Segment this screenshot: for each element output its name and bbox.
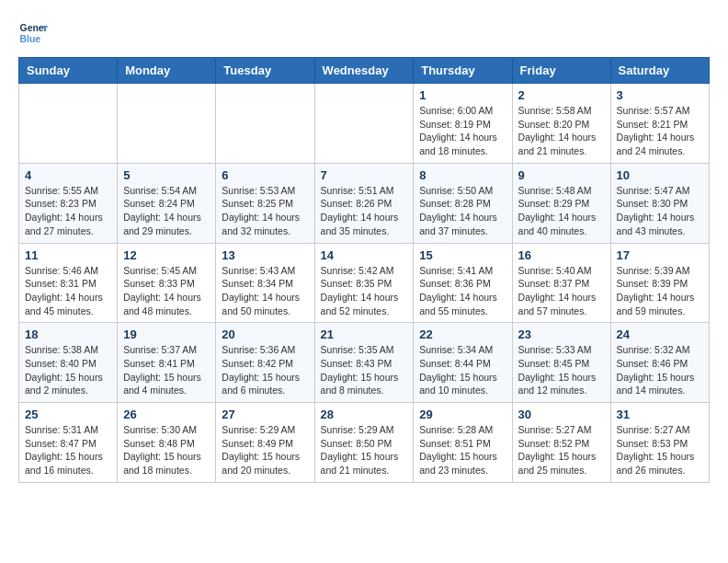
calendar-header-saturday: Saturday xyxy=(610,58,709,84)
day-number: 20 xyxy=(222,327,308,341)
calendar-week-1: 1Sunrise: 6:00 AM Sunset: 8:19 PM Daylig… xyxy=(19,84,710,164)
day-number: 22 xyxy=(419,327,506,341)
calendar-header-monday: Monday xyxy=(118,58,216,84)
day-number: 31 xyxy=(617,408,703,421)
day-number: 12 xyxy=(123,248,210,262)
day-info: Sunrise: 5:28 AM Sunset: 8:51 PM Dayligh… xyxy=(419,423,506,477)
calendar-cell: 1Sunrise: 6:00 AM Sunset: 8:19 PM Daylig… xyxy=(414,84,512,164)
svg-text:Blue: Blue xyxy=(20,34,41,44)
day-info: Sunrise: 5:38 AM Sunset: 8:40 PM Dayligh… xyxy=(25,343,111,397)
day-info: Sunrise: 5:50 AM Sunset: 8:28 PM Dayligh… xyxy=(419,184,506,238)
day-info: Sunrise: 5:40 AM Sunset: 8:37 PM Dayligh… xyxy=(518,264,605,318)
day-info: Sunrise: 5:29 AM Sunset: 8:49 PM Dayligh… xyxy=(222,423,308,477)
day-number: 15 xyxy=(419,248,506,262)
calendar-cell: 14Sunrise: 5:42 AM Sunset: 8:35 PM Dayli… xyxy=(314,243,414,323)
day-number: 17 xyxy=(617,248,703,262)
day-number: 25 xyxy=(25,408,111,421)
day-info: Sunrise: 6:00 AM Sunset: 8:19 PM Dayligh… xyxy=(419,104,506,158)
calendar-week-5: 25Sunrise: 5:31 AM Sunset: 8:47 PM Dayli… xyxy=(19,403,710,483)
day-number: 5 xyxy=(123,168,210,182)
day-info: Sunrise: 5:48 AM Sunset: 8:29 PM Dayligh… xyxy=(518,184,605,238)
day-number: 9 xyxy=(518,168,605,182)
calendar-cell xyxy=(118,84,216,164)
calendar-cell: 16Sunrise: 5:40 AM Sunset: 8:37 PM Dayli… xyxy=(512,243,610,323)
calendar-table: SundayMondayTuesdayWednesdayThursdayFrid… xyxy=(18,57,710,483)
calendar-week-3: 11Sunrise: 5:46 AM Sunset: 8:31 PM Dayli… xyxy=(19,243,710,323)
calendar-cell: 7Sunrise: 5:51 AM Sunset: 8:26 PM Daylig… xyxy=(314,163,414,243)
calendar-cell: 27Sunrise: 5:29 AM Sunset: 8:49 PM Dayli… xyxy=(216,403,314,483)
day-number: 18 xyxy=(25,327,111,341)
day-info: Sunrise: 5:54 AM Sunset: 8:24 PM Dayligh… xyxy=(123,184,210,238)
day-number: 24 xyxy=(617,327,703,341)
calendar-cell: 31Sunrise: 5:27 AM Sunset: 8:53 PM Dayli… xyxy=(610,403,709,483)
day-info: Sunrise: 5:46 AM Sunset: 8:31 PM Dayligh… xyxy=(25,264,111,318)
day-info: Sunrise: 5:55 AM Sunset: 8:23 PM Dayligh… xyxy=(25,184,111,238)
day-number: 4 xyxy=(25,168,111,182)
calendar-cell: 29Sunrise: 5:28 AM Sunset: 8:51 PM Dayli… xyxy=(414,403,512,483)
day-number: 16 xyxy=(518,248,605,262)
day-info: Sunrise: 5:45 AM Sunset: 8:33 PM Dayligh… xyxy=(123,264,210,318)
day-number: 2 xyxy=(518,88,605,102)
calendar-cell: 2Sunrise: 5:58 AM Sunset: 8:20 PM Daylig… xyxy=(512,84,610,164)
day-number: 10 xyxy=(617,168,703,182)
calendar-cell: 21Sunrise: 5:35 AM Sunset: 8:43 PM Dayli… xyxy=(314,323,414,403)
day-number: 13 xyxy=(222,248,308,262)
calendar-cell: 26Sunrise: 5:30 AM Sunset: 8:48 PM Dayli… xyxy=(118,403,216,483)
logo: General Blue xyxy=(18,18,51,48)
day-number: 30 xyxy=(518,408,605,421)
svg-text:General: General xyxy=(20,23,48,33)
calendar-cell: 20Sunrise: 5:36 AM Sunset: 8:42 PM Dayli… xyxy=(216,323,314,403)
day-info: Sunrise: 5:31 AM Sunset: 8:47 PM Dayligh… xyxy=(25,423,111,477)
day-info: Sunrise: 5:34 AM Sunset: 8:44 PM Dayligh… xyxy=(419,343,506,397)
day-number: 26 xyxy=(123,408,210,421)
calendar-cell: 17Sunrise: 5:39 AM Sunset: 8:39 PM Dayli… xyxy=(610,243,709,323)
calendar-cell: 15Sunrise: 5:41 AM Sunset: 8:36 PM Dayli… xyxy=(414,243,512,323)
calendar-cell: 3Sunrise: 5:57 AM Sunset: 8:21 PM Daylig… xyxy=(610,84,709,164)
calendar-header-friday: Friday xyxy=(512,58,610,84)
day-info: Sunrise: 5:51 AM Sunset: 8:26 PM Dayligh… xyxy=(321,184,408,238)
day-info: Sunrise: 5:43 AM Sunset: 8:34 PM Dayligh… xyxy=(222,264,308,318)
calendar-cell xyxy=(314,84,414,164)
day-number: 7 xyxy=(321,168,408,182)
day-number: 21 xyxy=(321,327,408,341)
calendar-cell: 24Sunrise: 5:32 AM Sunset: 8:46 PM Dayli… xyxy=(610,323,709,403)
day-number: 14 xyxy=(321,248,408,262)
day-info: Sunrise: 5:41 AM Sunset: 8:36 PM Dayligh… xyxy=(419,264,506,318)
day-info: Sunrise: 5:58 AM Sunset: 8:20 PM Dayligh… xyxy=(518,104,605,158)
day-number: 8 xyxy=(419,168,506,182)
day-number: 29 xyxy=(419,408,506,421)
day-number: 3 xyxy=(617,88,703,102)
day-info: Sunrise: 5:30 AM Sunset: 8:48 PM Dayligh… xyxy=(123,423,210,477)
day-info: Sunrise: 5:39 AM Sunset: 8:39 PM Dayligh… xyxy=(617,264,703,318)
calendar-header-thursday: Thursday xyxy=(414,58,512,84)
day-info: Sunrise: 5:47 AM Sunset: 8:30 PM Dayligh… xyxy=(617,184,703,238)
page-header: General Blue xyxy=(18,18,710,48)
day-number: 6 xyxy=(222,168,308,182)
day-number: 27 xyxy=(222,408,308,421)
calendar-cell: 11Sunrise: 5:46 AM Sunset: 8:31 PM Dayli… xyxy=(19,243,118,323)
day-number: 23 xyxy=(518,327,605,341)
day-info: Sunrise: 5:27 AM Sunset: 8:52 PM Dayligh… xyxy=(518,423,605,477)
calendar-header-row: SundayMondayTuesdayWednesdayThursdayFrid… xyxy=(19,58,710,84)
day-number: 19 xyxy=(123,327,210,341)
calendar-cell: 19Sunrise: 5:37 AM Sunset: 8:41 PM Dayli… xyxy=(118,323,216,403)
calendar-header-sunday: Sunday xyxy=(19,58,118,84)
calendar-cell: 9Sunrise: 5:48 AM Sunset: 8:29 PM Daylig… xyxy=(512,163,610,243)
calendar-cell xyxy=(216,84,314,164)
calendar-cell: 8Sunrise: 5:50 AM Sunset: 8:28 PM Daylig… xyxy=(414,163,512,243)
calendar-cell: 5Sunrise: 5:54 AM Sunset: 8:24 PM Daylig… xyxy=(118,163,216,243)
calendar-cell: 12Sunrise: 5:45 AM Sunset: 8:33 PM Dayli… xyxy=(118,243,216,323)
day-info: Sunrise: 5:57 AM Sunset: 8:21 PM Dayligh… xyxy=(617,104,703,158)
calendar-cell: 22Sunrise: 5:34 AM Sunset: 8:44 PM Dayli… xyxy=(414,323,512,403)
calendar-cell: 28Sunrise: 5:29 AM Sunset: 8:50 PM Dayli… xyxy=(314,403,414,483)
day-info: Sunrise: 5:37 AM Sunset: 8:41 PM Dayligh… xyxy=(123,343,210,397)
calendar-cell: 6Sunrise: 5:53 AM Sunset: 8:25 PM Daylig… xyxy=(216,163,314,243)
calendar-cell: 4Sunrise: 5:55 AM Sunset: 8:23 PM Daylig… xyxy=(19,163,118,243)
calendar-cell xyxy=(19,84,118,164)
day-number: 11 xyxy=(25,248,111,262)
day-info: Sunrise: 5:32 AM Sunset: 8:46 PM Dayligh… xyxy=(617,343,703,397)
calendar-week-2: 4Sunrise: 5:55 AM Sunset: 8:23 PM Daylig… xyxy=(19,163,710,243)
day-info: Sunrise: 5:35 AM Sunset: 8:43 PM Dayligh… xyxy=(321,343,408,397)
calendar-header-wednesday: Wednesday xyxy=(314,58,414,84)
calendar-week-4: 18Sunrise: 5:38 AM Sunset: 8:40 PM Dayli… xyxy=(19,323,710,403)
